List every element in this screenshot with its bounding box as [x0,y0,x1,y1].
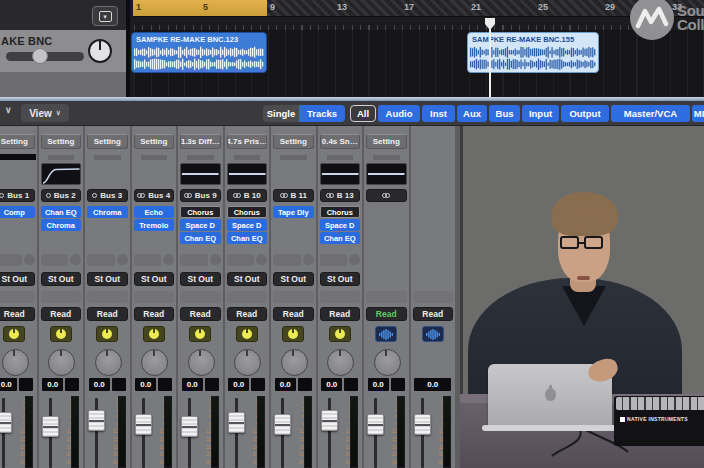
bus-button[interactable]: Bus 3 [87,189,128,202]
pan-knob[interactable] [366,348,407,375]
send-knob[interactable] [70,254,81,265]
group-slot[interactable] [87,291,128,303]
group-slot[interactable] [180,291,221,303]
bus-button[interactable]: Bus 2 [41,189,82,202]
channel-setting-button[interactable]: Setting [366,134,407,149]
fader-cap[interactable] [414,414,431,435]
send-knob[interactable] [349,254,360,265]
mode-button-all[interactable]: All [350,105,376,122]
insert-plugin[interactable]: Chan EQ [180,232,221,244]
pan-knob[interactable] [180,348,221,375]
automation-button[interactable]: Read [413,307,454,321]
group-slot[interactable] [41,291,82,303]
fader-cap[interactable] [181,416,198,437]
bus-button[interactable]: B 10 [227,189,268,202]
automation-button[interactable]: Read [180,307,221,321]
group-slot[interactable] [366,291,407,303]
track-header[interactable]: AKE BNC [0,30,126,72]
insert-plugin[interactable]: Comp [0,206,35,218]
filter-button-input[interactable]: Input [522,105,559,122]
automation-button[interactable]: Read [87,307,128,321]
track-volume-slider[interactable] [6,52,84,61]
eq-thumbnail[interactable] [366,163,407,185]
send-slot-box[interactable] [180,254,208,266]
group-slot[interactable] [413,291,454,303]
eq-thumbnail[interactable] [180,163,221,185]
send-slot-box[interactable] [134,254,162,266]
pan-knob[interactable] [227,348,268,375]
output-button[interactable]: St Out [227,272,268,286]
fader-cap[interactable] [228,412,245,433]
track-pan-knob[interactable] [88,39,112,63]
filter-button-bus[interactable]: Bus [489,105,520,122]
playhead[interactable] [489,18,491,97]
output-button[interactable]: St Out [0,272,35,286]
insert-plugin[interactable]: Chorus [320,206,361,218]
bus-button[interactable]: B 11 [273,189,314,202]
channel-setting-button[interactable]: Setting [87,134,128,149]
insert-plugin[interactable]: Chroma [87,206,128,218]
filter-button-inst[interactable]: Inst [422,105,455,122]
channel-setting-button[interactable]: Setting [134,134,175,149]
pan-knob[interactable] [320,348,361,375]
output-button[interactable]: St Out [180,272,221,286]
cycle-region[interactable] [133,0,267,16]
automation-button[interactable]: Read [366,307,407,321]
view-menu-button[interactable]: View ∨ [21,104,69,122]
automation-button[interactable]: Read [0,307,35,321]
automation-button[interactable]: Read [134,307,175,321]
bus-button[interactable] [366,189,407,202]
insert-plugin[interactable]: Chan EQ [227,232,268,244]
pan-knob[interactable] [0,348,35,375]
bus-button[interactable]: B 13 [320,189,361,202]
channel-setting-button[interactable]: Setting [0,134,35,149]
chevron-down-icon[interactable]: ∨ [5,105,12,115]
send-slot-box[interactable] [320,254,348,266]
fader-cap[interactable] [135,414,152,435]
bus-button[interactable]: Bus 1 [0,189,35,202]
insert-plugin[interactable]: Chan EQ [320,232,361,244]
group-slot[interactable] [320,291,361,303]
eq-thumbnail[interactable] [227,163,268,185]
mode-button-tracks[interactable]: Tracks [299,105,345,122]
insert-plugin[interactable]: Chroma [41,219,82,231]
automation-button[interactable]: Read [320,307,361,321]
insert-plugin[interactable]: Tremolo [134,219,175,231]
group-slot[interactable] [134,291,175,303]
filter-button-mi[interactable]: MI [692,105,704,122]
send-knob[interactable] [24,254,35,265]
pan-knob[interactable] [273,348,314,375]
channel-setting-button[interactable]: 1.3s Diff… [180,134,221,149]
fader-cap[interactable] [42,416,59,437]
output-button[interactable]: St Out [320,272,361,286]
output-button[interactable]: St Out [134,272,175,286]
channel-setting-button[interactable]: Setting [41,134,82,149]
send-slot-box[interactable] [87,254,115,266]
automation-button[interactable]: Read [227,307,268,321]
pan-knob[interactable] [87,348,128,375]
send-knob[interactable] [163,254,174,265]
send-slot-box[interactable] [227,254,255,266]
insert-plugin[interactable]: Chorus [227,206,268,218]
track-header-config-button[interactable]: ▾ [92,6,118,26]
output-button[interactable]: St Out [87,272,128,286]
audio-region-selected[interactable]: SAMPKE RE-MAKE BNC.155 [467,32,599,73]
pan-knob[interactable] [134,348,175,375]
send-slot-box[interactable] [273,254,301,266]
filter-button-output[interactable]: Output [561,105,609,122]
group-slot[interactable] [273,291,314,303]
slider-thumb-icon[interactable] [32,48,48,64]
send-knob[interactable] [117,254,128,265]
insert-plugin[interactable]: Chan EQ [41,206,82,218]
filter-button-master-vca[interactable]: Master/VCA [611,105,690,122]
insert-plugin[interactable]: Space D [227,219,268,231]
filter-button-audio[interactable]: Audio [378,105,420,122]
insert-plugin[interactable]: Space D [320,219,361,231]
insert-plugin[interactable]: Chorus [180,206,221,218]
insert-plugin[interactable]: Space D [180,219,221,231]
group-slot[interactable] [227,291,268,303]
channel-setting-button[interactable]: 4.7s Pris… [227,134,268,149]
group-slot[interactable] [0,291,35,303]
send-slot-box[interactable] [41,254,69,266]
send-knob[interactable] [303,254,314,265]
